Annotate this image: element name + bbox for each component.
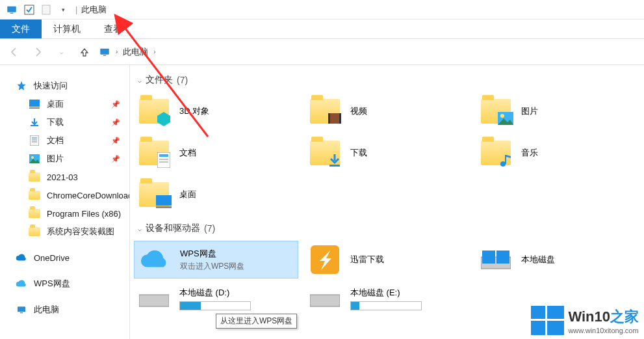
recent-dropdown-icon[interactable]: ⌵ — [52, 43, 70, 61]
forward-button[interactable] — [29, 43, 47, 61]
cloud-icon — [138, 244, 171, 275]
svg-rect-8 — [30, 135, 39, 146]
item-label: 本地磁盘 — [521, 254, 555, 265]
back-button[interactable] — [5, 43, 23, 61]
folder-documents[interactable]: 文档 — [134, 134, 298, 172]
sidebar-label: OneDrive — [34, 253, 70, 263]
xunlei-icon — [309, 244, 341, 275]
sidebar-label: 此电脑 — [34, 304, 59, 316]
sidebar-item-folder[interactable]: 2021-03 — [0, 168, 129, 186]
drive-icon — [480, 244, 512, 275]
sidebar-item-downloads[interactable]: 下载 📌 — [0, 113, 129, 131]
title-bar: ▾ | 此电脑 — [0, 0, 644, 20]
breadcrumb-root[interactable]: 此电脑 — [123, 46, 148, 58]
item-label: 音乐 — [521, 147, 538, 159]
drive-icon — [309, 283, 341, 314]
section-label: 文件夹 — [146, 74, 173, 86]
folder-icon — [309, 137, 341, 169]
svg-rect-28 — [505, 155, 506, 164]
sidebar-quick-access[interactable]: 快速访问 — [0, 77, 129, 95]
folder-music[interactable]: 音乐 — [476, 134, 640, 172]
svg-rect-6 — [29, 100, 40, 107]
picture-icon — [29, 153, 40, 165]
sidebar-item-pictures[interactable]: 图片 📌 — [0, 150, 129, 168]
folder-icon — [138, 96, 170, 127]
sidebar-item-folder[interactable]: 系统内容安装截图 — [0, 223, 129, 241]
watermark: Win10之家 www.win10xitong.com — [531, 306, 639, 335]
svg-rect-33 — [482, 251, 495, 264]
section-devices-header[interactable]: ⌵ 设备和驱动器 (7) — [138, 223, 640, 234]
item-label: WPS网盘 — [180, 248, 244, 260]
svg-point-13 — [31, 156, 34, 159]
sidebar-thispc[interactable]: 此电脑 — [0, 301, 129, 319]
sidebar-item-label: ChromeCoreDownloads — [47, 191, 130, 200]
folder-icon — [138, 179, 170, 210]
up-button[interactable] — [75, 43, 94, 61]
device-drive-d[interactable]: 本地磁盘 (D:) — [134, 282, 298, 315]
tab-computer[interactable]: 计算机 — [42, 20, 92, 38]
section-label: 设备和驱动器 — [146, 223, 200, 234]
sidebar: 快速访问 桌面 📌 下载 📌 文档 📌 图片 📌 2021-03 C — [0, 65, 130, 339]
nav-bar: ⌵ › 此电脑 › — [0, 39, 644, 65]
sidebar-item-label: 系统内容安装截图 — [47, 226, 114, 237]
svg-rect-19 — [339, 113, 341, 124]
qat-document-icon[interactable] — [38, 3, 55, 17]
device-xunlei[interactable]: 迅雷下载 — [305, 241, 469, 278]
sidebar-item-folder[interactable]: Program Files (x86) — [0, 204, 129, 223]
folder-icon — [29, 226, 40, 237]
svg-rect-14 — [18, 306, 25, 312]
breadcrumb[interactable]: › 此电脑 › — [99, 46, 156, 58]
section-count: (7) — [204, 223, 215, 234]
star-icon — [16, 80, 27, 92]
system-icon[interactable] — [5, 3, 18, 16]
tab-view[interactable]: 查看 — [92, 20, 134, 38]
folder-icon — [309, 96, 341, 127]
chevron-down-icon: ⌵ — [138, 77, 142, 84]
svg-rect-26 — [329, 165, 340, 167]
svg-rect-4 — [100, 48, 109, 54]
document-icon — [29, 135, 40, 146]
sidebar-item-desktop[interactable]: 桌面 📌 — [0, 95, 129, 113]
folder-desktop[interactable]: 桌面 — [134, 176, 298, 213]
device-drive-e[interactable]: 本地磁盘 (E:) — [305, 282, 469, 315]
sidebar-item-folder[interactable]: ChromeCoreDownloads — [0, 186, 129, 204]
item-label: 本地磁盘 (E:) — [350, 287, 422, 299]
sidebar-onedrive[interactable]: OneDrive — [0, 249, 129, 267]
sidebar-item-label: 桌面 — [47, 98, 64, 110]
qat-dropdown-icon[interactable]: ▾ — [55, 3, 71, 17]
sidebar-label: WPS网盘 — [34, 278, 70, 290]
tab-file[interactable]: 文件 — [0, 20, 42, 38]
sidebar-label: 快速访问 — [34, 80, 68, 92]
item-label: 视频 — [350, 105, 367, 117]
device-wps[interactable]: WPS网盘 双击进入WPS网盘 — [134, 241, 298, 278]
svg-rect-3 — [42, 5, 50, 14]
folder-videos[interactable]: 视频 — [305, 92, 469, 130]
drive-usage-bar — [350, 301, 422, 310]
svg-rect-34 — [496, 251, 509, 264]
device-local-disk[interactable]: 本地磁盘 — [476, 241, 640, 278]
folder-pictures[interactable]: 图片 — [476, 92, 640, 130]
svg-point-21 — [500, 114, 504, 118]
chevron-right-icon: › — [153, 48, 155, 55]
sidebar-wps[interactable]: WPS网盘 — [0, 275, 129, 293]
pin-icon: 📌 — [111, 155, 120, 163]
svg-point-27 — [500, 161, 506, 167]
item-label: 下载 — [350, 147, 367, 159]
title-separator: | — [75, 5, 77, 14]
svg-rect-0 — [7, 6, 16, 12]
folder-downloads[interactable]: 下载 — [305, 134, 469, 172]
svg-rect-36 — [310, 295, 340, 306]
qat-checkbox-icon[interactable] — [21, 3, 38, 17]
tooltip: 从这里进入WPS网盘 — [216, 314, 297, 329]
sidebar-item-label: 文档 — [47, 135, 64, 146]
folder-icon — [29, 189, 40, 201]
pc-icon — [16, 304, 27, 316]
svg-rect-7 — [29, 107, 40, 109]
svg-rect-30 — [156, 206, 172, 208]
svg-rect-15 — [20, 312, 23, 313]
chevron-right-icon: › — [116, 48, 118, 55]
sidebar-item-documents[interactable]: 文档 📌 — [0, 131, 129, 150]
section-folders-header[interactable]: ⌵ 文件夹 (7) — [138, 74, 640, 86]
folder-3d-objects[interactable]: 3D 对象 — [134, 92, 298, 130]
ribbon-tabs: 文件 计算机 查看 — [0, 20, 644, 39]
